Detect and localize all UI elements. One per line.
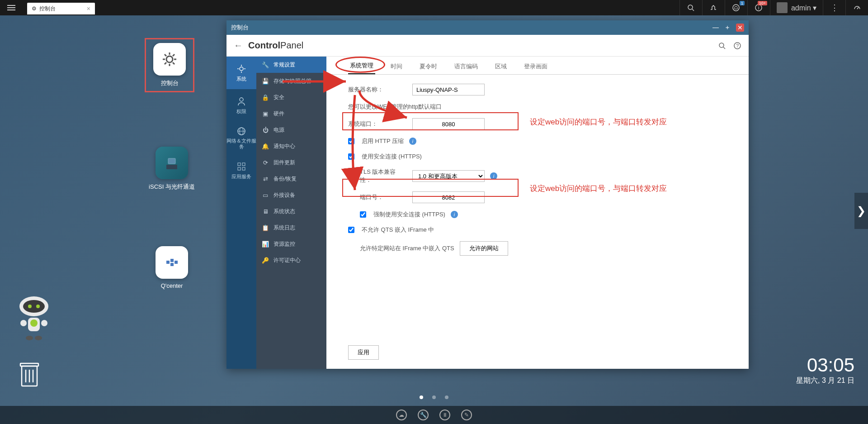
main-menu-button[interactable] — [0, 0, 23, 15]
dashboard-button[interactable] — [845, 0, 868, 15]
svg-line-14 — [173, 54, 175, 56]
nav-syslog[interactable]: 📋系统日志 — [256, 219, 326, 236]
form: 服务器名称： 您可以更改WEB管理的http默认端口 系统端口： 启用 HTTP… — [326, 75, 749, 272]
desktop-icon-label: 控制台 — [161, 80, 179, 86]
page-indicator[interactable] — [420, 395, 448, 399]
close-button[interactable]: ✕ — [736, 24, 744, 32]
port-hint: 您可以更改WEB管理的http默认端口 — [348, 103, 442, 111]
tab-close-button[interactable]: × — [87, 5, 90, 12]
http-compress-checkbox[interactable] — [348, 138, 354, 144]
search-button[interactable] — [718, 42, 726, 50]
tab-dst[interactable]: 夏令时 — [418, 59, 439, 74]
dock-cloud[interactable]: ☁ — [396, 410, 407, 420]
dock-tools[interactable]: 🔧 — [418, 410, 429, 420]
tab-title: 控制台 — [39, 5, 56, 13]
server-name-input[interactable] — [412, 84, 485, 95]
update-icon: ⟳ — [262, 159, 269, 166]
desktop-icon-label: Q'center — [161, 282, 183, 289]
assistant-robot[interactable] — [14, 295, 54, 345]
tab-time[interactable]: 时间 — [389, 59, 404, 74]
more-button[interactable]: ⋮ — [823, 0, 845, 15]
svg-line-37 — [723, 47, 725, 49]
info-icon[interactable]: i — [451, 211, 458, 218]
search-icon — [718, 42, 726, 50]
svg-line-11 — [165, 54, 166, 56]
log-icon: 📋 — [262, 224, 269, 231]
nav-license[interactable]: 🔑许可证中心 — [256, 252, 326, 268]
nav-power[interactable]: ⏻电源 — [256, 122, 326, 138]
svg-point-27 — [20, 320, 27, 326]
help-button[interactable]: ? — [733, 42, 741, 50]
tab-language[interactable]: 语言编码 — [453, 59, 480, 74]
svg-rect-16 — [168, 158, 175, 164]
nav-permission[interactable]: 权限 — [226, 89, 256, 122]
usb-icon: ▭ — [262, 191, 269, 199]
tab-login[interactable]: 登录画面 — [522, 59, 549, 74]
topbar-right: 1 i 10+ admin ▾ ⋮ — [679, 0, 868, 15]
dock-note[interactable]: ✎ — [461, 410, 472, 420]
nav-resource[interactable]: 📊资源监控 — [256, 236, 326, 252]
topbar: ⚙ 控制台 × 1 i 10+ admin ▾ ⋮ — [0, 0, 868, 15]
no-iframe-checkbox[interactable] — [348, 227, 354, 233]
page-title: ControlPanel — [248, 40, 303, 51]
maximize-button[interactable]: ＋ — [724, 24, 731, 32]
minimize-button[interactable]: — — [712, 24, 719, 32]
svg-text:?: ? — [736, 43, 739, 48]
tabs: 系统管理 时间 夏令时 语言编码 区域 登录画面 — [326, 57, 749, 75]
nav-general[interactable]: 🔧常规设置 — [256, 57, 326, 73]
hamburger-icon — [7, 5, 15, 10]
tab-region[interactable]: 区域 — [493, 59, 509, 74]
clock: 03:05 星期六, 3 月 21 日 — [796, 354, 854, 386]
nav-notification[interactable]: 🔔通知中心 — [256, 138, 326, 154]
nav-system[interactable]: 系统 — [226, 57, 256, 89]
next-page-arrow[interactable]: ❯ — [854, 193, 868, 229]
nav-security[interactable]: 🔒安全 — [256, 89, 326, 105]
svg-rect-50 — [242, 163, 245, 166]
info-button[interactable]: i 10+ — [747, 0, 770, 15]
gear-icon — [236, 64, 246, 74]
volume-button[interactable] — [702, 0, 725, 15]
back-button[interactable]: ← — [234, 40, 243, 51]
wrench-icon: 🔧 — [262, 61, 269, 68]
username: admin ▾ — [791, 4, 816, 12]
dock-pause[interactable]: ⏸ — [439, 410, 450, 420]
key-icon: 🔑 — [262, 257, 269, 264]
apply-button[interactable]: 应用 — [348, 345, 379, 360]
https-label: 使用安全连接 (HTTPS) — [362, 152, 422, 161]
https-checkbox[interactable] — [348, 153, 354, 160]
chip-icon: ▣ — [262, 110, 269, 117]
clock-date: 星期六, 3 月 21 日 — [796, 376, 854, 386]
nav-network[interactable]: 网络＆文件服务 — [226, 122, 256, 154]
desktop-icon-control-panel[interactable]: 控制台 — [145, 38, 194, 92]
svg-line-12 — [173, 62, 175, 64]
nav-app[interactable]: 应用服务 — [226, 154, 256, 187]
force-https-label: 强制使用安全连接 (HTTPS) — [373, 210, 445, 219]
window-title: 控制台 — [231, 24, 249, 32]
notification-button[interactable]: 1 — [725, 0, 747, 15]
nav-storage[interactable]: 💾存储与快照总管 — [256, 73, 326, 89]
svg-point-0 — [688, 5, 693, 10]
nav-status[interactable]: 🖥系统状态 — [256, 203, 326, 219]
desktop-icon-qcenter[interactable]: Q'center — [147, 246, 197, 289]
desktop-icon-label: iSCSI 与光纤通道 — [149, 183, 195, 190]
gear-icon: ⚙ — [32, 5, 37, 12]
svg-point-30 — [35, 336, 42, 340]
force-https-checkbox[interactable] — [360, 211, 366, 218]
nav-external[interactable]: ▭外接设备 — [256, 187, 326, 203]
svg-text:i: i — [758, 5, 759, 10]
nav-backup[interactable]: ⇄备份/恢复 — [256, 171, 326, 187]
allowed-sites-button[interactable]: 允许的网站 — [460, 241, 508, 256]
desktop-icon-iscsi[interactable]: iSCSI 与光纤通道 — [147, 147, 197, 191]
nav-firmware[interactable]: ⟳固件更新 — [256, 154, 326, 171]
search-button[interactable] — [679, 0, 702, 15]
info-icon[interactable]: i — [409, 138, 416, 145]
svg-point-26 — [30, 319, 38, 327]
help-icon: ? — [733, 42, 741, 50]
svg-rect-52 — [242, 167, 245, 170]
trash-icon[interactable] — [18, 361, 41, 388]
nav-hardware[interactable]: ▣硬件 — [256, 105, 326, 122]
control-panel-window: 控制台 — ＋ ✕ ← ControlPanel ? 系统 权限 — [226, 20, 749, 369]
user-menu[interactable]: admin ▾ — [770, 0, 823, 15]
browser-tab[interactable]: ⚙ 控制台 × — [27, 3, 95, 14]
window-titlebar[interactable]: 控制台 — ＋ ✕ — [226, 20, 749, 35]
